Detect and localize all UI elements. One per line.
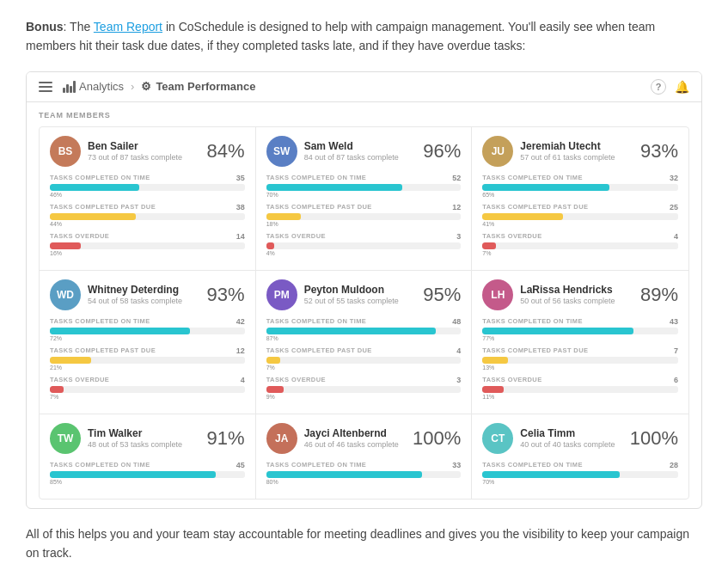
analytics-ui-panel: Analytics › ⚙ Team Performance ? 🔔 TEAM … [26,71,702,509]
progress-bar-yellow-ju [482,213,678,220]
progress-bar-yellow-wd [50,357,245,364]
member-name-bs: Ben Sailer [88,140,182,152]
stat-row-blue-wd: TASKS COMPLETED ON TIME4272% [50,317,245,341]
team-members-label: TEAM MEMBERS [39,111,689,120]
intro-paragraph: Bonus: The Team Report in CoSchedule is … [26,17,702,56]
stat-label-yellow-wd: TASKS COMPLETED PAST DUE [50,346,156,354]
member-pct-bs: 84% [207,140,245,162]
team-report-link[interactable]: Team Report [94,20,162,34]
help-button[interactable]: ? [651,79,666,95]
member-tasks-desc-tw: 48 out of 53 tasks complete [88,440,182,449]
progress-bar-yellow-sw [266,213,462,220]
analytics-bar-icon [63,81,76,93]
member-tasks-desc-ju: 57 out of 61 tasks complete [520,153,615,162]
team-members-section: TEAM MEMBERS BSBen Sailer73 out of 87 ta… [27,102,701,508]
outro-paragraph: All of this helps you and your team stay… [26,524,702,563]
pct-label-yellow-lh: 13% [482,365,678,371]
member-name-sw: Sam Weld [304,140,399,152]
member-card-ja: JAJayci Altenbernd46 out of 46 tasks com… [256,414,473,499]
member-card-tw: TWTim Walker48 out of 53 tasks complete9… [40,414,256,499]
member-card-lh: LHLaRissa Hendricks50 out of 56 tasks co… [472,271,688,414]
avatar-pm: PM [266,279,297,310]
member-name-lh: LaRissa Hendricks [520,284,615,296]
member-info-pm: PMPeyton Muldoon52 out of 55 tasks compl… [266,279,399,310]
pct-label-blue-ct: 70% [482,479,678,485]
analytics-label: Analytics [79,80,124,93]
member-pct-sw: 96% [423,140,461,162]
member-tasks-desc-wd: 54 out of 58 tasks complete [88,297,182,305]
stat-value-red-sw: 3 [456,232,461,241]
stat-value-blue-bs: 35 [236,174,245,182]
pct-label-blue-wd: 72% [50,335,245,341]
pct-label-blue-lh: 77% [482,335,678,341]
nav-analytics-item[interactable]: Analytics [63,80,124,93]
pct-label-blue-ja: 80% [266,479,462,485]
stat-label-blue-ju: TASKS COMPLETED ON TIME [482,174,583,181]
member-info-ja: JAJayci Altenbernd46 out of 46 tasks com… [266,423,399,454]
progress-fill-blue-bs [50,184,139,191]
stat-value-blue-pm: 48 [452,317,461,326]
stat-label-red-ju: TASKS OVERDUE [482,232,541,240]
pct-label-blue-tw: 85% [50,479,245,485]
stat-label-blue-wd: TASKS COMPLETED ON TIME [50,317,150,325]
progress-fill-yellow-sw [266,213,302,220]
stat-row-red-sw: TASKS OVERDUE34% [266,232,462,256]
pct-label-blue-pm: 87% [266,335,462,341]
avatar-wd: WD [50,279,81,310]
stat-row-red-lh: TASKS OVERDUE611% [482,376,678,400]
stat-label-blue-ct: TASKS COMPLETED ON TIME [482,461,583,469]
stat-row-blue-ct: TASKS COMPLETED ON TIME2870% [482,461,678,485]
progress-fill-red-sw [266,242,274,249]
stat-row-blue-ja: TASKS COMPLETED ON TIME3380% [266,461,462,485]
members-grid: BSBen Sailer73 out of 87 tasks complete8… [39,126,689,500]
stat-label-yellow-sw: TASKS COMPLETED PAST DUE [266,203,372,211]
nav-team-performance-item[interactable]: ⚙ Team Performance [141,80,255,93]
member-info-bs: BSBen Sailer73 out of 87 tasks complete [50,136,182,167]
progress-fill-blue-ju [482,184,609,191]
pct-label-red-pm: 9% [266,394,462,400]
avatar-bs: BS [50,136,81,167]
member-tasks-desc-lh: 50 out of 56 tasks complete [520,297,615,305]
pct-label-yellow-sw: 18% [266,221,462,227]
member-card-ct: CTCelia Timm40 out of 40 tasks complete1… [472,414,688,499]
progress-fill-blue-wd [50,328,190,334]
stat-row-blue-bs: TASKS COMPLETED ON TIME3546% [50,174,245,198]
member-header-sw: SWSam Weld84 out of 87 tasks complete96% [266,136,462,167]
member-pct-ct: 100% [630,427,678,450]
stat-row-yellow-pm: TASKS COMPLETED PAST DUE47% [266,346,462,371]
stat-value-blue-ct: 28 [670,461,678,469]
progress-fill-yellow-lh [482,357,508,364]
stat-value-red-bs: 14 [236,232,245,241]
progress-bar-blue-pm [266,328,462,334]
member-card-ju: JUJeremiah Utecht57 out of 61 tasks comp… [472,127,688,271]
progress-fill-blue-sw [266,184,403,191]
team-perf-icon: ⚙ [141,80,151,93]
pct-label-blue-bs: 46% [50,192,245,198]
progress-bar-red-pm [266,386,462,393]
team-performance-label: Team Performance [156,80,255,93]
member-tasks-desc-ct: 40 out of 40 tasks complete [520,440,615,449]
stat-value-blue-lh: 43 [670,317,678,326]
progress-bar-blue-ja [266,471,462,478]
member-card-pm: PMPeyton Muldoon52 out of 55 tasks compl… [256,271,473,414]
avatar-ja: JA [266,423,297,454]
member-name-ct: Celia Timm [520,427,615,439]
stat-value-red-lh: 6 [674,376,678,384]
member-info-tw: TWTim Walker48 out of 53 tasks complete [50,423,182,454]
stat-row-yellow-ju: TASKS COMPLETED PAST DUE2541% [482,203,678,227]
notifications-bell-icon[interactable]: 🔔 [675,80,689,94]
avatar-ct: CT [482,423,513,454]
stat-value-blue-ja: 33 [452,461,461,469]
hamburger-menu-button[interactable] [39,82,52,92]
stat-label-yellow-ju: TASKS COMPLETED PAST DUE [482,203,588,211]
stat-label-blue-sw: TASKS COMPLETED ON TIME [266,174,367,181]
progress-bar-blue-tw [50,471,245,478]
stat-row-blue-ju: TASKS COMPLETED ON TIME3265% [482,174,678,198]
stat-label-red-wd: TASKS OVERDUE [50,376,109,383]
progress-bar-yellow-pm [266,357,462,364]
progress-bar-red-wd [50,386,245,393]
member-header-bs: BSBen Sailer73 out of 87 tasks complete8… [50,136,245,167]
stat-value-yellow-sw: 12 [452,203,461,211]
avatar-lh: LH [482,279,513,310]
stat-row-red-bs: TASKS OVERDUE1416% [50,232,245,256]
